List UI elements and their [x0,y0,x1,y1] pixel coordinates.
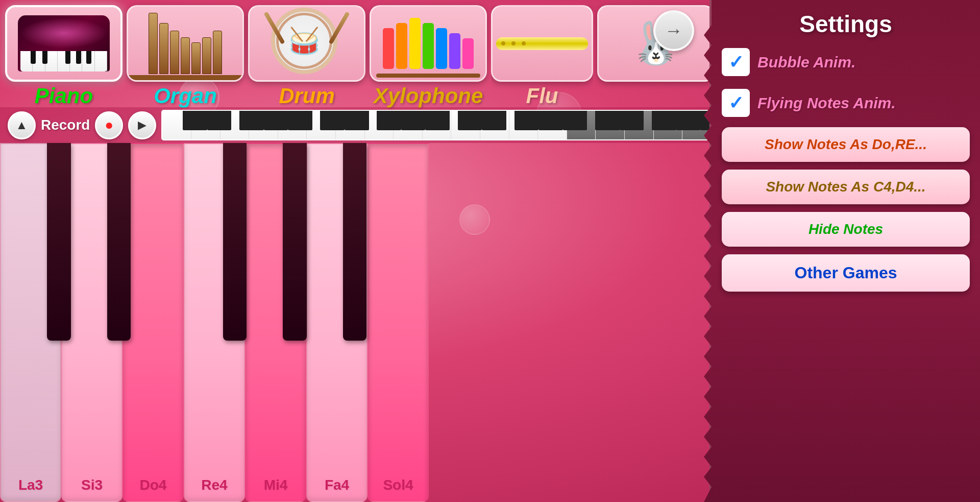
mini-key-17 [625,111,654,140]
key-label-re4: Re4 [201,477,227,493]
play-button[interactable]: ▶ [128,111,156,139]
show-notes-c4d4-button[interactable]: Show Notes As C4,D4... [722,170,970,204]
mini-key-1 [162,111,191,140]
black-key-5[interactable] [343,143,366,341]
other-games-button[interactable]: Other Games [722,254,970,292]
key-label-la3: La3 [18,477,43,493]
piano-label: Piano [35,84,93,108]
record-button[interactable]: ● [95,111,123,139]
piano-key-sol4[interactable]: Sol4 [368,143,429,502]
mini-key-13 [509,111,538,140]
settings-panel: Settings ✓ Bubble Anim. ✓ Flying Notes A… [709,0,980,502]
mini-key-9 [394,111,423,140]
mini-key-2 [191,111,220,140]
key-label-mi4: Mi4 [264,477,288,493]
mini-key-16 [596,111,625,140]
instrument-organ[interactable]: Organ [127,5,244,108]
key-label-si3: Si3 [81,477,103,493]
mini-key-5 [278,111,307,140]
instrument-flute[interactable]: Flu [491,5,593,108]
arrow-right-button[interactable]: → [653,10,694,51]
drum-icon-box[interactable]: 🥁 [248,5,365,82]
flying-notes-checkbox[interactable]: ✓ [722,89,750,117]
xylophone-icon [380,15,476,71]
organ-icon [147,13,224,74]
mini-key-8 [365,111,394,140]
up-triangle-icon: ▲ [16,118,28,132]
mini-key-18 [654,111,683,140]
bubble-anim-row[interactable]: ✓ Bubble Anim. [722,45,970,79]
piano-key-do4[interactable]: Do4 [122,143,184,502]
instrument-drum[interactable]: 🥁 Drum [248,5,365,108]
instrument-xylophone[interactable]: Xylophone [370,5,487,108]
key-label-fa4: Fa4 [325,477,349,493]
black-key-3[interactable] [223,143,247,341]
record-circle-icon: ● [105,117,114,133]
play-icon: ▶ [138,118,146,132]
black-key-4[interactable] [283,143,306,341]
instrument-piano[interactable]: Piano [5,5,122,108]
mini-key-12 [480,111,509,140]
up-button[interactable]: ▲ [8,111,36,139]
drum-label: Drum [279,84,335,108]
organ-icon-box[interactable] [127,5,244,82]
bubble-anim-checkbox[interactable]: ✓ [722,48,750,76]
xylophone-icon-box[interactable] [370,5,487,82]
flying-notes-anim-row[interactable]: ✓ Flying Notes Anim. [722,86,970,119]
instrument-character[interactable]: 🐰 [597,5,715,82]
flute-label: Flu [526,84,558,108]
mini-key-4 [249,111,278,140]
bubble-anim-label: Bubble Anim. [757,54,855,71]
character-icon-box[interactable]: 🐰 [597,5,715,82]
piano-icon [18,15,110,71]
flying-notes-label: Flying Notes Anim. [757,94,896,112]
white-keys-row: La3 Si3 Do4 Re4 Mi4 Fa4 Sol4 [0,143,429,502]
drum-icon: 🥁 [271,8,342,79]
organ-label: Organ [154,84,217,108]
mini-key-14 [538,111,567,140]
piano-keyboard-area: La3 Si3 Do4 Re4 Mi4 Fa4 Sol4 [0,143,429,502]
xylophone-label: Xylophone [374,84,483,108]
flute-icon-box[interactable] [491,5,593,82]
key-label-sol4: Sol4 [383,477,413,493]
mini-key-15 [567,111,596,140]
mini-key-6 [307,111,336,140]
bubble-anim-checkmark: ✓ [728,52,744,73]
mini-key-10 [423,111,452,140]
mini-key-3 [220,111,250,140]
hide-notes-button[interactable]: Hide Notes [722,212,970,247]
mini-key-11 [451,111,480,140]
black-key-2[interactable] [107,143,131,341]
key-label-do4: Do4 [140,477,167,493]
record-label: Record [41,117,90,133]
flute-icon [496,37,588,50]
black-key-1[interactable] [47,143,70,341]
show-notes-doremi-button[interactable]: Show Notes As Do,RE... [722,127,970,162]
flying-notes-checkmark: ✓ [728,92,744,114]
arrow-right-icon: → [665,20,683,41]
mini-key-7 [336,111,365,140]
piano-icon-box[interactable] [5,5,122,82]
settings-title: Settings [722,10,970,38]
